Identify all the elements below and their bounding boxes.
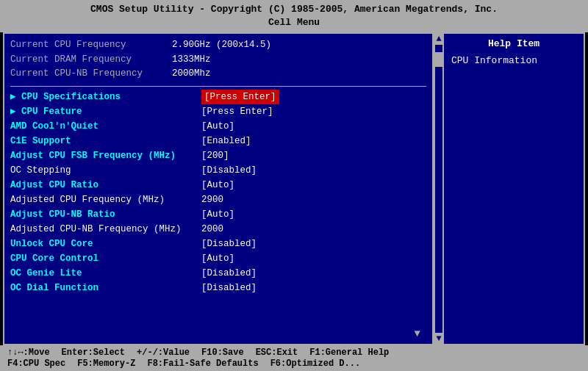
menu-item-oc-stepping[interactable]: OC Stepping [Disabled] — [10, 163, 426, 178]
header-line2: Cell Menu — [6, 16, 582, 29]
menu-item-value-oc-stepping: [Disabled] — [201, 163, 257, 178]
menu-item-cpunb-ratio[interactable]: Adjust CPU-NB Ratio [Auto] — [10, 207, 426, 222]
menu-item-label-core-control: CPU Core Control — [10, 251, 201, 266]
menu-item-value-c1e: [Enabled] — [201, 134, 251, 148]
footer-move: ↑↓↔:Move — [7, 347, 50, 358]
main-content: Current CPU Frequency 2.90GHz (200x14.5)… — [3, 32, 585, 345]
menu-item-core-control[interactable]: CPU Core Control [Auto] — [10, 251, 426, 266]
menu-item-label-oc-dial: OC Dial Function — [10, 281, 201, 295]
bios-header: CMOS Setup Utility - Copyright (C) 1985-… — [0, 0, 588, 32]
scroll-thumb[interactable] — [435, 52, 442, 67]
menu-item-amd-cool[interactable]: AMD Cool'n'Quiet [Auto] — [10, 119, 426, 134]
menu-item-value-cpu-spec: [Press Enter] — [201, 90, 279, 104]
menu-item-label-adj-cpu-freq: Adjusted CPU Frequency (MHz) — [10, 192, 201, 207]
menu-item-label-oc-stepping: OC Stepping — [10, 163, 201, 178]
scroll-down-arrow[interactable]: ▼ — [415, 328, 420, 339]
menu-item-label-unlock-core: Unlock CPU Core — [10, 237, 201, 251]
footer-memory: F5:Memory-Z — [77, 359, 135, 369]
menu-item-cpu-feature[interactable]: ▶ CPU Feature [Press Enter] — [10, 104, 426, 119]
menu-item-value-cpu-ratio: [Auto] — [201, 178, 234, 192]
scroll-up-arrow[interactable]: ▲ — [434, 34, 444, 44]
menu-item-label-cpu-feature: ▶ CPU Feature — [10, 104, 201, 119]
help-panel: Help Item CPU Information — [444, 34, 584, 344]
info-row-dram-freq: Current DRAM Frequency 1333MHz — [10, 53, 426, 67]
menu-item-value-fsb: [200] — [201, 148, 229, 163]
menu-item-label-cpu-spec: ▶ CPU Specifications — [10, 90, 201, 104]
header-line1: CMOS Setup Utility - Copyright (C) 1985-… — [6, 3, 582, 16]
menu-item-value-unlock-core: [Disabled] — [201, 237, 257, 251]
scroll-down-arrow-bar[interactable]: ▼ — [434, 334, 444, 344]
menu-item-unlock-core[interactable]: Unlock CPU Core [Disabled] — [10, 237, 426, 251]
menu-item-oc-genie[interactable]: OC Genie Lite [Disabled] — [10, 266, 426, 281]
footer-exit: ESC:Exit — [256, 347, 298, 358]
menu-item-value-adj-cpunb-freq: 2000 — [201, 222, 223, 237]
menu-item-adj-cpu-freq[interactable]: Adjusted CPU Frequency (MHz) 2900 — [10, 192, 426, 207]
menu-item-value-oc-dial: [Disabled] — [201, 281, 257, 295]
menu-item-fsb[interactable]: Adjust CPU FSB Frequency (MHz) [200] — [10, 148, 426, 163]
divider — [10, 86, 426, 87]
footer-row2: F4:CPU Spec F5:Memory-Z F8:Fail-Safe Def… — [7, 359, 581, 369]
menu-item-cpu-ratio[interactable]: Adjust CPU Ratio [Auto] — [10, 178, 426, 192]
menu-item-label-fsb: Adjust CPU FSB Frequency (MHz) — [10, 148, 201, 163]
footer-select: Enter:Select — [62, 347, 125, 358]
scrollbar[interactable]: ▲ ▼ — [434, 34, 444, 344]
footer-optimized: F6:Optimized D... — [270, 359, 360, 369]
info-value-cpu-freq: 2.90GHz (200x14.5) — [172, 38, 271, 52]
menu-item-c1e[interactable]: C1E Support [Enabled] — [10, 134, 426, 148]
footer-help: F1:General Help — [309, 347, 389, 358]
footer-row1: ↑↓↔:Move Enter:Select +/-/:Value F10:Sav… — [7, 347, 581, 358]
menu-item-label-oc-genie: OC Genie Lite — [10, 266, 201, 281]
menu-item-adj-cpunb-freq[interactable]: Adjusted CPU-NB Frequency (MHz) 2000 — [10, 222, 426, 237]
footer-value: +/-/:Value — [137, 347, 190, 358]
menu-item-cpu-spec[interactable]: ▶ CPU Specifications [Press Enter] — [10, 90, 426, 104]
menu-item-label-cpunb-ratio: Adjust CPU-NB Ratio — [10, 207, 201, 222]
info-row-cpunb-freq: Current CPU-NB Frequency 2000Mhz — [10, 67, 426, 81]
menu-item-oc-dial[interactable]: OC Dial Function [Disabled] — [10, 281, 426, 295]
info-label-dram-freq: Current DRAM Frequency — [10, 53, 172, 67]
menu-item-label-cpu-ratio: Adjust CPU Ratio — [10, 178, 201, 192]
info-section: Current CPU Frequency 2.90GHz (200x14.5)… — [10, 38, 426, 81]
footer-save: F10:Save — [201, 347, 244, 358]
menu-item-value-core-control: [Auto] — [201, 251, 234, 266]
menu-item-label-c1e: C1E Support — [10, 134, 201, 148]
help-text: CPU Information — [451, 55, 576, 66]
menu-item-label-amd-cool: AMD Cool'n'Quiet — [10, 119, 201, 134]
scroll-track — [435, 45, 442, 333]
menu-item-value-amd-cool: [Auto] — [201, 119, 234, 134]
info-row-cpu-freq: Current CPU Frequency 2.90GHz (200x14.5) — [10, 38, 426, 52]
info-value-dram-freq: 1333MHz — [172, 53, 211, 67]
footer-cpu-spec: F4:CPU Spec — [7, 359, 65, 369]
menu-panel: Current CPU Frequency 2.90GHz (200x14.5)… — [4, 34, 434, 344]
help-title: Help Item — [451, 38, 576, 49]
info-label-cpunb-freq: Current CPU-NB Frequency — [10, 67, 172, 81]
menu-item-value-oc-genie: [Disabled] — [201, 266, 257, 281]
footer-failsafe: F8:Fail-Safe Defaults — [147, 359, 258, 369]
menu-item-value-cpunb-ratio: [Auto] — [201, 207, 234, 222]
menu-item-label-adj-cpunb-freq: Adjusted CPU-NB Frequency (MHz) — [10, 222, 201, 237]
menu-item-value-adj-cpu-freq: 2900 — [201, 192, 223, 207]
footer: ↑↓↔:Move Enter:Select +/-/:Value F10:Sav… — [0, 345, 588, 371]
info-label-cpu-freq: Current CPU Frequency — [10, 38, 172, 52]
menu-item-value-cpu-feature: [Press Enter] — [201, 104, 273, 119]
info-value-cpunb-freq: 2000Mhz — [172, 67, 211, 81]
